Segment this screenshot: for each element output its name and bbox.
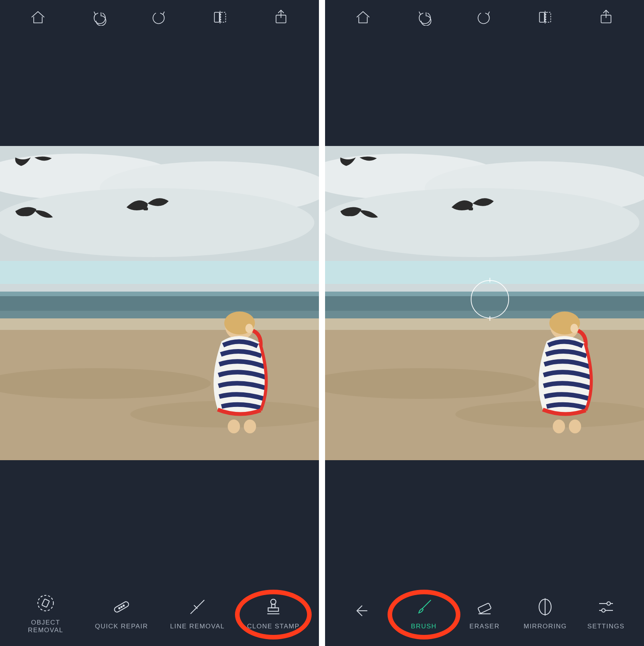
share-icon bbox=[598, 9, 614, 26]
tool-clone-stamp[interactable]: CLONE STAMP bbox=[243, 597, 304, 630]
redo-icon bbox=[151, 9, 168, 26]
tool-label: CLONE STAMP bbox=[247, 623, 299, 630]
tool-back[interactable] bbox=[333, 600, 393, 626]
tool-label: OBJECT REMOVAL bbox=[15, 619, 76, 634]
undo-icon bbox=[416, 9, 432, 26]
redo-button[interactable] bbox=[142, 6, 177, 29]
tool-eraser[interactable]: ERASER bbox=[454, 597, 515, 630]
undo-icon bbox=[90, 9, 107, 26]
share-button[interactable] bbox=[589, 6, 623, 29]
share-button[interactable] bbox=[264, 6, 298, 29]
tool-brush[interactable]: BRUSH bbox=[393, 597, 454, 630]
tool-object-removal[interactable]: OBJECT REMOVAL bbox=[15, 593, 76, 634]
compare-icon bbox=[537, 9, 554, 26]
tool-label: LINE REMOVAL bbox=[170, 623, 225, 630]
redo-button[interactable] bbox=[467, 6, 502, 29]
tool-quick-repair[interactable]: QUICK REPAIR bbox=[91, 597, 152, 630]
back-icon bbox=[353, 600, 373, 621]
undo-button[interactable] bbox=[82, 6, 116, 29]
editor-pane-right: BRUSH ERASER MIRRORING SETTINGS bbox=[322, 0, 644, 646]
tool-settings[interactable]: SETTINGS bbox=[576, 597, 636, 630]
line-removal-icon bbox=[187, 597, 208, 617]
top-toolbar bbox=[325, 0, 644, 34]
tool-label: SETTINGS bbox=[587, 623, 624, 630]
bottom-toolbar: BRUSH ERASER MIRRORING SETTINGS bbox=[325, 589, 644, 646]
stamp-icon bbox=[263, 597, 284, 617]
canvas-area[interactable] bbox=[0, 34, 319, 589]
bandage-icon bbox=[111, 597, 132, 617]
top-toolbar bbox=[0, 0, 319, 34]
compare-button[interactable] bbox=[203, 6, 237, 29]
tool-label: QUICK REPAIR bbox=[95, 623, 148, 630]
home-icon bbox=[30, 9, 46, 26]
mirror-icon bbox=[535, 597, 555, 617]
undo-button[interactable] bbox=[407, 6, 441, 29]
share-icon bbox=[273, 9, 289, 26]
object-removal-icon bbox=[35, 593, 56, 613]
bottom-toolbar: OBJECT REMOVAL QUICK REPAIR LINE REMOVAL… bbox=[0, 589, 319, 646]
home-button[interactable] bbox=[346, 6, 380, 29]
tool-label: BRUSH bbox=[411, 623, 437, 630]
photo-canvas[interactable] bbox=[325, 146, 644, 460]
eraser-icon bbox=[474, 597, 495, 617]
sliders-icon bbox=[596, 597, 616, 617]
redo-icon bbox=[476, 9, 493, 26]
editor-pane-left: OBJECT REMOVAL QUICK REPAIR LINE REMOVAL… bbox=[0, 0, 322, 646]
canvas-area[interactable] bbox=[325, 34, 644, 589]
tool-line-removal[interactable]: LINE REMOVAL bbox=[167, 597, 228, 630]
brush-icon bbox=[414, 597, 434, 617]
compare-icon bbox=[212, 9, 228, 26]
beach-photo bbox=[0, 146, 319, 460]
compare-button[interactable] bbox=[528, 6, 562, 29]
photo-canvas[interactable] bbox=[0, 146, 319, 460]
tool-label: ERASER bbox=[470, 623, 500, 630]
beach-photo bbox=[325, 146, 644, 460]
tool-mirroring[interactable]: MIRRORING bbox=[515, 597, 575, 630]
home-button[interactable] bbox=[21, 6, 55, 29]
home-icon bbox=[355, 9, 371, 26]
tool-label: MIRRORING bbox=[524, 623, 567, 630]
